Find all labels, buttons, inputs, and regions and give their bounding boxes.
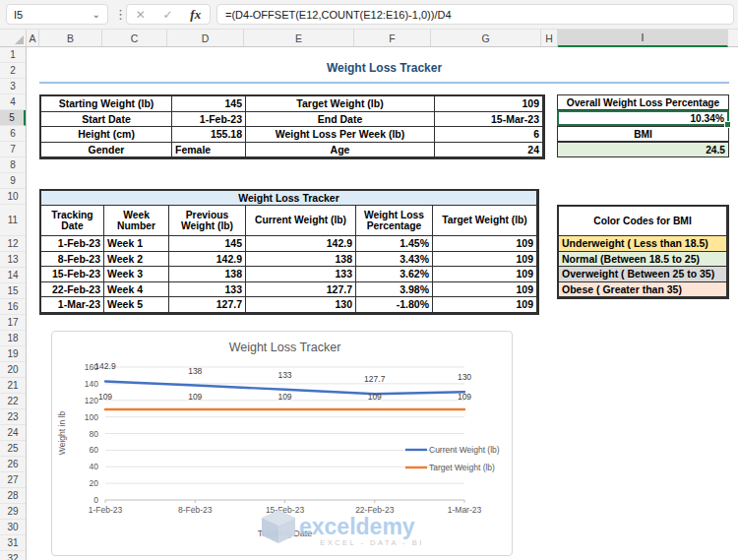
tracker-cell[interactable]: 1-Feb-23 — [41, 236, 104, 252]
chevron-down-icon[interactable]: ⌄ — [92, 10, 100, 20]
tracker-cell[interactable]: 22-Feb-23 — [41, 282, 104, 298]
row-header-3[interactable]: 3 — [0, 79, 26, 94]
tracker-cell[interactable]: 109 — [433, 252, 537, 268]
bmi-code-item[interactable]: Normal (Between 18.5 to 25) — [559, 252, 727, 268]
row-header-28[interactable]: 28 — [0, 488, 26, 504]
tracker-column-header[interactable]: Weight Loss Percentage — [356, 206, 433, 236]
row-header-18[interactable]: 18 — [0, 331, 26, 346]
info-value[interactable]: 15-Mar-23 — [435, 112, 543, 128]
info-label[interactable]: Age — [246, 143, 435, 158]
tracker-column-header[interactable]: Tracking Date — [41, 206, 104, 236]
tracker-cell[interactable]: 1-Mar-23 — [41, 297, 104, 313]
bmi-codes-title[interactable]: Color Codes for BMI — [559, 207, 727, 236]
row-header-32[interactable]: 32 — [0, 551, 26, 560]
tracker-cell[interactable]: 3.43% — [356, 252, 433, 268]
info-value[interactable]: 1-Feb-23 — [172, 112, 246, 128]
info-label[interactable]: Gender — [41, 143, 172, 158]
info-value[interactable]: 6 — [435, 127, 543, 143]
info-value[interactable]: 24 — [435, 143, 543, 158]
tracker-cell[interactable]: 15-Feb-23 — [41, 267, 104, 282]
tracker-cell[interactable]: Week 3 — [104, 267, 169, 282]
row-header-15[interactable]: 15 — [0, 283, 26, 299]
legend-label[interactable]: Current Weight (lb) — [429, 445, 500, 455]
tracker-cell[interactable]: Week 4 — [104, 282, 169, 298]
name-box[interactable]: I5 ⌄ — [6, 4, 108, 25]
info-label[interactable]: Height (cm) — [41, 127, 172, 143]
row-header-8[interactable]: 8 — [0, 157, 26, 173]
tracker-cell[interactable]: 145 — [169, 236, 246, 252]
tracker-cell[interactable]: 142.9 — [246, 236, 356, 252]
info-value[interactable]: 145 — [172, 96, 246, 112]
tracker-cell[interactable]: 109 — [433, 267, 537, 282]
formula-input[interactable]: =(D4-OFFSET(E12,COUNT(E12:E16)-1,0))/D4 — [216, 4, 734, 25]
row-header-21[interactable]: 21 — [0, 378, 26, 394]
row-header-11[interactable]: 11 — [0, 205, 26, 236]
tracker-column-header[interactable]: Previous Weight (lb) — [169, 206, 246, 236]
weight-loss-chart[interactable]: 0204060801001201401601-Feb-238-Feb-2315-… — [51, 331, 513, 556]
tracker-column-header[interactable]: Week Number — [104, 206, 169, 236]
row-header-17[interactable]: 17 — [0, 315, 26, 331]
tracker-cell[interactable]: 109 — [433, 282, 537, 298]
tracker-cell[interactable]: 138 — [246, 252, 356, 268]
bmi-header[interactable]: BMI — [557, 126, 729, 142]
tracker-cell[interactable]: -1.80% — [356, 297, 433, 313]
row-header-30[interactable]: 30 — [0, 520, 26, 535]
tracker-column-header[interactable]: Target Weight (lb) — [433, 206, 537, 236]
bmi-value[interactable]: 24.5 — [557, 142, 729, 157]
insert-function-icon[interactable]: fx — [190, 7, 201, 23]
tracker-cell[interactable]: 127.7 — [169, 297, 246, 313]
tracker-cell[interactable]: 109 — [433, 236, 537, 252]
column-header-B[interactable]: B — [39, 30, 102, 46]
tracker-cell[interactable]: 138 — [169, 267, 246, 282]
overall-loss-header[interactable]: Overall Weight Loss Percentage — [557, 94, 729, 110]
bmi-code-item[interactable]: Underweight ( Less than 18.5) — [559, 236, 727, 252]
tracker-cell[interactable]: 109 — [433, 297, 537, 313]
tracker-cell[interactable]: 142.9 — [169, 252, 246, 268]
tracker-table-title[interactable]: Weight Loss Tracker — [41, 191, 537, 206]
tracker-cell[interactable]: 133 — [246, 267, 356, 282]
row-header-13[interactable]: 13 — [0, 252, 26, 268]
select-all-button[interactable] — [0, 30, 27, 46]
info-label[interactable]: Weight Loss Per Week (lb) — [246, 127, 435, 143]
column-header-E[interactable]: E — [244, 30, 354, 46]
column-header-I[interactable]: I — [558, 30, 728, 47]
row-header-9[interactable]: 9 — [0, 173, 26, 189]
row-header-5[interactable]: 5 — [0, 110, 26, 126]
tracker-cell[interactable]: 3.98% — [356, 282, 433, 298]
info-value[interactable]: 155.18 — [172, 127, 246, 143]
row-header-22[interactable]: 22 — [0, 394, 26, 409]
tracker-cell[interactable]: 1.45% — [356, 236, 433, 252]
column-header-G[interactable]: G — [431, 30, 541, 46]
info-value[interactable]: Female — [172, 143, 246, 158]
tracker-cell[interactable]: 133 — [169, 282, 246, 298]
row-header-6[interactable]: 6 — [0, 126, 26, 142]
column-header-F[interactable]: F — [354, 30, 431, 46]
tracker-cell[interactable]: Week 5 — [104, 297, 169, 313]
column-header-C[interactable]: C — [102, 30, 167, 46]
tracker-cell[interactable]: 127.7 — [246, 282, 356, 298]
info-label[interactable]: End Date — [246, 112, 435, 128]
row-header-19[interactable]: 19 — [0, 346, 26, 362]
row-header-31[interactable]: 31 — [0, 535, 26, 551]
row-header-2[interactable]: 2 — [0, 63, 26, 79]
column-header-A[interactable]: A — [27, 30, 39, 46]
row-header-27[interactable]: 27 — [0, 472, 26, 488]
bmi-code-item[interactable]: Obese ( Greater than 35) — [559, 282, 727, 298]
row-header-4[interactable]: 4 — [0, 94, 26, 110]
tracker-cell[interactable]: 130 — [246, 297, 356, 313]
info-value[interactable]: 109 — [435, 96, 543, 112]
row-header-1[interactable]: 1 — [0, 47, 26, 63]
info-label[interactable]: Start Date — [41, 112, 172, 128]
row-header-7[interactable]: 7 — [0, 142, 26, 157]
cancel-icon[interactable]: ✕ — [136, 8, 146, 22]
row-header-14[interactable]: 14 — [0, 268, 26, 283]
row-header-25[interactable]: 25 — [0, 441, 26, 457]
row-header-20[interactable]: 20 — [0, 362, 26, 378]
legend-label[interactable]: Target Weight (lb) — [429, 463, 495, 472]
info-label[interactable]: Target Weight (lb) — [246, 96, 435, 112]
tracker-cell[interactable]: Week 2 — [104, 252, 169, 268]
info-label[interactable]: Starting Weight (lb) — [41, 96, 172, 112]
column-header-D[interactable]: D — [167, 30, 244, 46]
tracker-cell[interactable]: 8-Feb-23 — [41, 252, 104, 268]
bmi-code-item[interactable]: Overweight ( Between 25 to 35) — [559, 267, 727, 282]
